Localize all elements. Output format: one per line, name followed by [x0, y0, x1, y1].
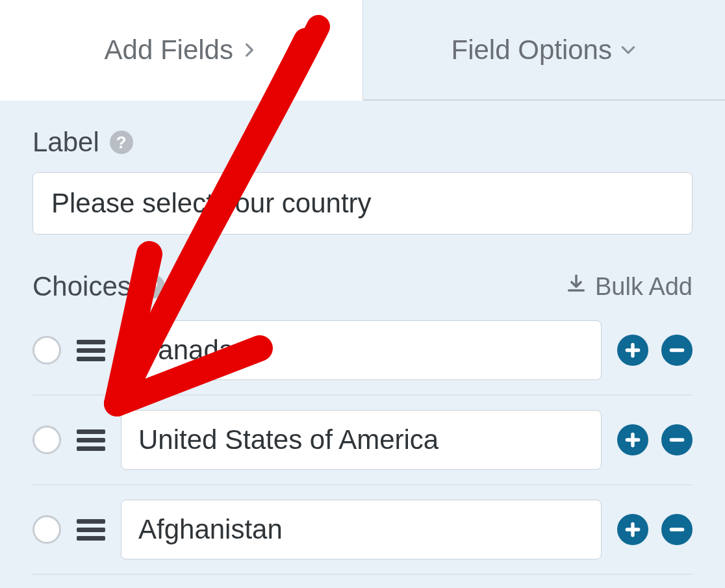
download-icon: [565, 273, 587, 301]
choice-input[interactable]: [121, 500, 602, 559]
row-actions: [617, 424, 693, 455]
remove-choice-button[interactable]: [661, 335, 693, 366]
tab-add-fields-label: Add Fields: [105, 34, 233, 66]
choice-input[interactable]: [121, 410, 602, 470]
help-icon[interactable]: ?: [110, 131, 133, 154]
tab-add-fields[interactable]: Add Fields: [0, 0, 363, 101]
tab-field-options[interactable]: Field Options: [363, 0, 726, 99]
drag-handle-icon[interactable]: [77, 426, 105, 454]
choices-list: [32, 315, 693, 575]
chevron-right-icon: [241, 42, 258, 58]
add-choice-button[interactable]: [617, 514, 648, 545]
help-icon[interactable]: ?: [142, 275, 165, 298]
default-radio[interactable]: [32, 426, 61, 454]
add-choice-button[interactable]: [617, 424, 648, 455]
choice-input[interactable]: [121, 320, 602, 380]
choice-row: [32, 315, 693, 396]
default-radio[interactable]: [32, 515, 61, 544]
label-input[interactable]: [32, 172, 693, 235]
tabs-bar: Add Fields Field Options: [0, 0, 725, 101]
bulk-add-link[interactable]: Bulk Add: [565, 273, 693, 301]
row-actions: [617, 514, 693, 545]
choices-header: Choices ? Bulk Add: [32, 271, 693, 302]
choices-title: Choices: [32, 271, 131, 302]
bulk-add-label: Bulk Add: [595, 273, 693, 301]
drag-handle-icon[interactable]: [77, 336, 105, 364]
field-options-panel: Label ? Choices ? Bulk Add: [0, 101, 725, 588]
label-header: Label ?: [32, 127, 693, 158]
row-actions: [617, 335, 693, 366]
add-choice-button[interactable]: [617, 335, 648, 366]
label-title: Label: [32, 127, 99, 158]
choice-row: [32, 485, 693, 575]
chevron-down-icon: [620, 42, 637, 58]
default-radio[interactable]: [32, 336, 61, 364]
tab-field-options-label: Field Options: [452, 34, 612, 66]
remove-choice-button[interactable]: [661, 514, 693, 545]
remove-choice-button[interactable]: [661, 424, 693, 455]
drag-handle-icon[interactable]: [77, 515, 105, 544]
choice-row: [32, 396, 693, 485]
